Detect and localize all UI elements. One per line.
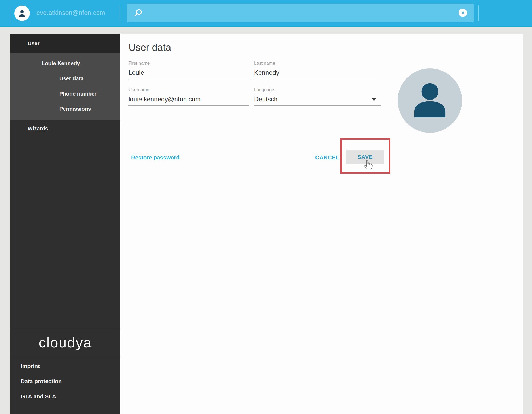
- sidebar-logo-section: cloudya: [10, 328, 120, 357]
- search-bar[interactable]: ✕: [127, 4, 474, 22]
- user-avatar-icon: [18, 9, 27, 18]
- account-email[interactable]: eve.atkinson@nfon.com: [36, 0, 105, 26]
- sidebar-item-permissions[interactable]: Permissions: [10, 101, 120, 117]
- search-icon: [134, 8, 143, 17]
- topbar-divider: [11, 5, 11, 21]
- last-name-field: Last name: [254, 61, 381, 79]
- footer-link-label: Imprint: [21, 363, 40, 369]
- close-icon: ✕: [461, 11, 465, 15]
- sidebar-item-phone-number[interactable]: Phone number: [10, 86, 120, 101]
- language-select[interactable]: Deutsch: [254, 96, 381, 106]
- chevron-down-icon: [372, 98, 376, 101]
- footer-link-label: GTA and SLA: [21, 393, 56, 400]
- sidebar-footer: Imprint Data protection GTA and SLA: [10, 358, 120, 404]
- sidebar-item-user[interactable]: User: [10, 34, 120, 53]
- topbar: eve.atkinson@nfon.com ✕: [0, 0, 532, 27]
- save-button-label: SAVE: [358, 154, 373, 160]
- user-avatar-icon: [398, 68, 462, 133]
- username-label: Username: [128, 87, 249, 93]
- username-field: Username: [128, 87, 249, 106]
- page-title: User data: [128, 42, 171, 53]
- last-name-label: Last name: [254, 61, 381, 66]
- sidebar-item-louie-kennedy[interactable]: Louie Kennedy: [10, 56, 120, 71]
- save-button[interactable]: SAVE: [346, 150, 384, 164]
- first-name-field: First name: [128, 61, 249, 79]
- footer-link-imprint[interactable]: Imprint: [10, 358, 120, 374]
- topbar-divider: [478, 5, 479, 21]
- sidebar-item-user-data[interactable]: User data: [10, 71, 120, 86]
- search-input[interactable]: [147, 4, 457, 22]
- sidebar-item-label: Permissions: [59, 106, 91, 112]
- sidebar-item-label: User: [28, 40, 39, 47]
- restore-password-link[interactable]: Restore password: [131, 154, 180, 161]
- sidebar-item-label: Louie Kennedy: [42, 60, 80, 67]
- sidebar-item-wizards[interactable]: Wizards: [10, 120, 120, 137]
- footer-link-data-protection[interactable]: Data protection: [10, 374, 120, 389]
- sidebar-active-group: Louie Kennedy User data Phone number Per…: [10, 53, 120, 120]
- language-label: Language: [254, 87, 381, 93]
- topbar-divider: [120, 5, 120, 21]
- last-name-input[interactable]: [254, 69, 381, 79]
- footer-link-label: Data protection: [21, 378, 62, 384]
- first-name-input[interactable]: [128, 69, 249, 79]
- language-selected-value: Deutsch: [254, 96, 277, 103]
- sidebar-item-label: Phone number: [59, 91, 97, 97]
- first-name-label: First name: [128, 61, 249, 66]
- sidebar: User Louie Kennedy User data Phone numbe…: [10, 34, 120, 414]
- clear-search-button[interactable]: ✕: [459, 9, 467, 17]
- language-field: Language Deutsch: [254, 87, 381, 106]
- account-avatar-button[interactable]: [14, 6, 30, 21]
- username-input[interactable]: [128, 96, 249, 106]
- cloudya-logo: cloudya: [39, 334, 92, 351]
- cancel-button[interactable]: CANCEL: [315, 154, 339, 161]
- cloudya-admin-screen: eve.atkinson@nfon.com ✕ User Louie Kenne…: [0, 0, 532, 414]
- sidebar-item-label: User data: [59, 76, 84, 82]
- footer-link-gta-and-sla[interactable]: GTA and SLA: [10, 389, 120, 404]
- profile-avatar[interactable]: [398, 68, 462, 133]
- sidebar-item-label: Wizards: [28, 126, 48, 132]
